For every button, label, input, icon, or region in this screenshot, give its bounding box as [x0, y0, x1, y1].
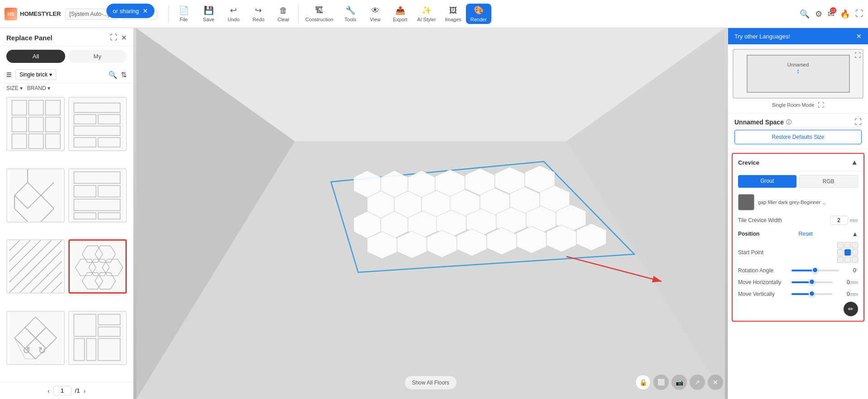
- start-point-bc[interactable]: [844, 256, 851, 263]
- start-point-tr[interactable]: [852, 242, 858, 248]
- move-h-slider-thumb[interactable]: [809, 279, 815, 285]
- toolbar-construction[interactable]: 🏗 Construction: [301, 4, 338, 24]
- edit-icon-btn[interactable]: ✏: [844, 302, 858, 316]
- lang-banner-close[interactable]: ✕: [856, 33, 862, 40]
- start-point-bl[interactable]: [837, 256, 844, 263]
- toolbar-file[interactable]: 📄 File: [171, 4, 196, 24]
- settings-icon-btn[interactable]: ⚙: [815, 9, 822, 19]
- tab-my[interactable]: My: [68, 50, 127, 63]
- grout-tab[interactable]: Grout: [738, 175, 796, 188]
- rgb-tab[interactable]: RGB: [799, 175, 858, 188]
- crevice-header[interactable]: Crevice ▲: [733, 154, 863, 171]
- tile-item-selected[interactable]: [68, 239, 127, 294]
- close-panel-icon[interactable]: ✕: [121, 33, 127, 42]
- lock-button[interactable]: 🔒: [635, 375, 651, 390]
- app-name: HOMESTYLER: [20, 10, 61, 17]
- toolbar-divider: [168, 5, 169, 23]
- tile-crevice-input[interactable]: [830, 216, 848, 225]
- filter-label: Single brick: [19, 71, 48, 78]
- position-toggle-icon[interactable]: ▲: [852, 230, 858, 238]
- toolbar-tools[interactable]: 🔧 Tools: [338, 4, 363, 24]
- size-filter-button[interactable]: SIZE ▾: [6, 85, 23, 91]
- start-point-mc[interactable]: [844, 249, 851, 256]
- activity-icon-btn[interactable]: 🔥: [840, 9, 850, 19]
- view-label: View: [370, 17, 381, 22]
- move-h-slider-track[interactable]: [791, 281, 833, 283]
- svg-rect-45: [72, 241, 124, 292]
- restore-defaults-button[interactable]: Restore Defaults Size: [734, 130, 862, 144]
- tile-item[interactable]: [68, 311, 127, 365]
- mail-icon-btn[interactable]: ✉ 11: [828, 9, 834, 19]
- show-all-floors-label: Show All Floors: [412, 380, 450, 386]
- toolbar-ai-styler[interactable]: ✨ AI Styler: [412, 4, 441, 24]
- toolbar-render[interactable]: 🎨 Render: [466, 4, 491, 24]
- tab-all[interactable]: All: [6, 50, 65, 63]
- file-label: File: [180, 17, 188, 22]
- room-expand-icon[interactable]: ⛶: [818, 101, 824, 109]
- reset-button[interactable]: Reset: [799, 231, 813, 237]
- show-all-floors-button[interactable]: Show All Floors: [404, 375, 457, 390]
- toolbar-clear[interactable]: 🗑 Clear: [271, 4, 296, 24]
- sort-icon[interactable]: ⇅: [121, 71, 127, 79]
- filter-dropdown[interactable]: Single brick ▾: [15, 69, 56, 80]
- svg-rect-17: [10, 169, 62, 222]
- grout-color-swatch[interactable]: [738, 194, 754, 210]
- panel-tabs: All My: [0, 46, 133, 66]
- crevice-section: Crevice ▲ Grout RGB gap filler dark grey…: [732, 153, 864, 322]
- clear-label: Clear: [278, 17, 289, 22]
- search-filter-icon[interactable]: 🔍: [108, 71, 117, 79]
- panel-title: Replace Panel: [6, 34, 53, 42]
- start-point-ml[interactable]: [837, 249, 844, 256]
- start-point-br[interactable]: [852, 256, 858, 263]
- tile-item[interactable]: [68, 97, 127, 151]
- page-input[interactable]: [53, 386, 72, 395]
- prev-page-button[interactable]: ‹: [48, 387, 50, 394]
- tile-item[interactable]: [68, 168, 127, 223]
- info-icon[interactable]: ⓘ: [786, 119, 791, 126]
- tile-crevice-label: Tile Crevice Width: [738, 217, 782, 223]
- rotation-slider-thumb[interactable]: [812, 267, 818, 273]
- move-v-slider-thumb[interactable]: [809, 290, 815, 297]
- export-label: Export: [393, 17, 408, 22]
- brand-filter-button[interactable]: BRAND ▾: [27, 85, 50, 91]
- toolbar-save[interactable]: 💾 Save: [196, 4, 221, 24]
- move-h-value: 0: [836, 279, 850, 285]
- share-scene-btn[interactable]: ↗: [690, 375, 705, 390]
- start-point-tc[interactable]: [844, 242, 851, 248]
- search-icon-btn[interactable]: 🔍: [800, 9, 810, 19]
- sharing-close-button[interactable]: ✕: [143, 7, 148, 14]
- crevice-toggle-icon[interactable]: ▲: [851, 158, 858, 166]
- expand-icon-btn[interactable]: ⛶: [855, 9, 863, 19]
- rotation-unit: °: [856, 268, 858, 273]
- bottom-bar-icons: 🔒 ⬜ 📷 ↗ ✕: [635, 375, 723, 390]
- app-logo: HS HOMESTYLER: [5, 8, 61, 20]
- start-point-tl[interactable]: [837, 242, 844, 248]
- tile-item[interactable]: ↺ ↻: [6, 311, 65, 365]
- toolbar-view[interactable]: 👁 View: [363, 4, 388, 24]
- unnamed-room-label: Unnamed ↕: [787, 62, 809, 75]
- tile-item[interactable]: [6, 97, 65, 151]
- expand-panel-icon[interactable]: ⛶: [110, 33, 117, 42]
- mini-map-expand-icon[interactable]: ⛶: [854, 52, 861, 59]
- unnamed-space-title: Unnamed Space ⓘ: [734, 119, 791, 126]
- grout-name: gap filler dark grey-Beginner ...: [758, 200, 858, 205]
- toolbar-images[interactable]: 🖼 Images: [441, 4, 466, 24]
- toolbar-undo[interactable]: ↩ Undo: [221, 4, 246, 24]
- tools-label: Tools: [345, 17, 356, 22]
- tile-crevice-value-row: mm: [830, 216, 858, 225]
- toolbar-redo[interactable]: ↪ Redo: [246, 4, 271, 24]
- render-label: Render: [470, 17, 487, 22]
- position-section: Position Reset ▲ Start Point: [733, 228, 863, 321]
- tile-item[interactable]: [6, 168, 65, 223]
- camera-icon-btn[interactable]: 📷: [671, 375, 687, 390]
- rotation-slider-track[interactable]: [791, 270, 839, 271]
- move-v-slider-track[interactable]: [791, 293, 833, 295]
- close-scene-btn[interactable]: ✕: [708, 375, 723, 390]
- move-h-label: Move Horizontally: [738, 279, 788, 285]
- start-point-mr[interactable]: [852, 249, 858, 256]
- toolbar-export[interactable]: 📤 Export: [388, 4, 412, 24]
- floor-icon-btn[interactable]: ⬜: [653, 375, 669, 390]
- next-page-button[interactable]: ›: [83, 387, 86, 394]
- tile-item[interactable]: [6, 239, 65, 294]
- expand-icon[interactable]: ⛶: [854, 118, 862, 126]
